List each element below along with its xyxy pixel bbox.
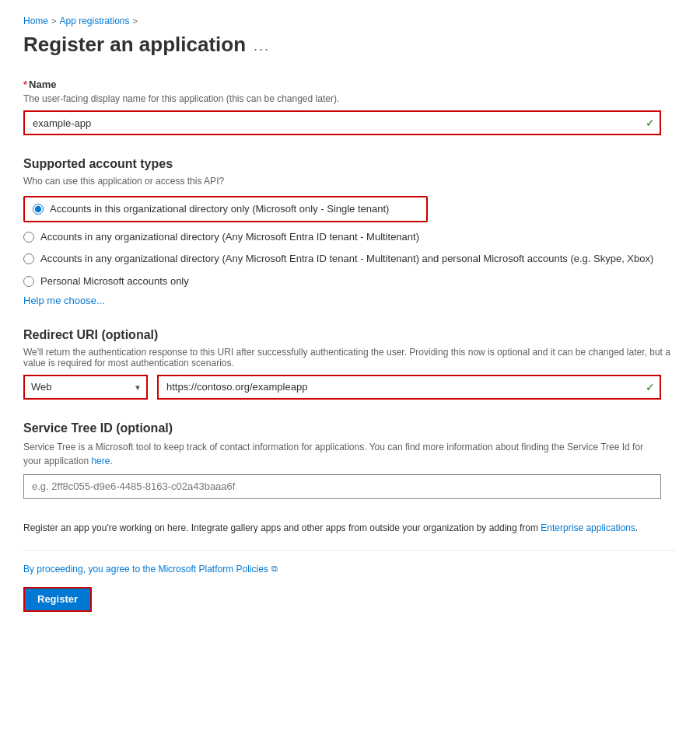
redirect-type-select[interactable]: Web Single-page application (SPA) Public… <box>23 375 148 400</box>
redirect-uri-description: We'll return the authentication response… <box>23 347 677 369</box>
required-star: * <box>23 79 27 90</box>
radio-label-multi-tenant[interactable]: Accounts in any organizational directory… <box>40 230 419 244</box>
account-types-radio-group: Accounts in this organizational director… <box>23 196 677 288</box>
enterprise-applications-link[interactable]: Enterprise applications <box>541 522 635 533</box>
breadcrumb-home[interactable]: Home <box>23 16 48 26</box>
page-title: Register an application <box>23 33 246 57</box>
page-header: Register an application ... <box>23 33 677 57</box>
service-tree-section: Service Tree ID (optional) Service Tree … <box>23 421 677 499</box>
breadcrumb-sep-1: > <box>51 16 56 26</box>
radio-personal-only[interactable] <box>23 276 34 287</box>
help-me-choose-link[interactable]: Help me choose... <box>23 295 105 306</box>
account-types-section: Supported account types Who can use this… <box>23 157 677 306</box>
policy-link[interactable]: By proceeding, you agree to the Microsof… <box>23 564 268 575</box>
service-tree-input[interactable] <box>23 474 661 499</box>
register-button[interactable]: Register <box>23 587 92 612</box>
redirect-uri-title: Redirect URI (optional) <box>23 328 677 342</box>
name-label: *Name <box>23 79 677 90</box>
radio-label-single-tenant[interactable]: Accounts in this organizational director… <box>50 202 389 216</box>
name-section: *Name The user-facing display name for t… <box>23 79 677 135</box>
service-tree-input-wrapper <box>23 474 661 499</box>
radio-label-multi-tenant-personal[interactable]: Accounts in any organizational directory… <box>40 252 653 266</box>
external-link-icon: ⧉ <box>271 564 278 574</box>
radio-item-multi-tenant-personal: Accounts in any organizational directory… <box>23 252 677 266</box>
name-input-wrapper: ✓ <box>23 110 661 135</box>
radio-item-multi-tenant: Accounts in any organizational directory… <box>23 230 677 244</box>
service-tree-title: Service Tree ID (optional) <box>23 421 677 435</box>
redirect-check-icon: ✓ <box>646 381 655 393</box>
account-types-subtitle: Who can use this application or access t… <box>23 176 677 187</box>
breadcrumb-app-registrations[interactable]: App registrations <box>59 16 129 26</box>
divider <box>23 550 677 551</box>
redirect-uri-input-wrapper: ✓ <box>157 375 661 400</box>
radio-item-single-tenant: Accounts in this organizational director… <box>23 196 428 222</box>
breadcrumb-sep-2: > <box>133 16 138 26</box>
policy-text: By proceeding, you agree to the Microsof… <box>23 564 677 575</box>
radio-multi-tenant[interactable] <box>23 232 34 243</box>
radio-label-personal-only[interactable]: Personal Microsoft accounts only <box>40 274 189 288</box>
service-tree-here-link[interactable]: here <box>91 456 110 466</box>
name-description: The user-facing display name for this ap… <box>23 93 677 104</box>
breadcrumb: Home > App registrations > <box>23 16 677 26</box>
redirect-row: Web Single-page application (SPA) Public… <box>23 375 661 400</box>
radio-item-personal-only: Personal Microsoft accounts only <box>23 274 677 288</box>
radio-single-tenant[interactable] <box>33 204 44 215</box>
bottom-note: Register an app you're working on here. … <box>23 521 661 535</box>
radio-multi-tenant-personal[interactable] <box>23 253 34 264</box>
redirect-uri-input[interactable] <box>157 375 661 400</box>
name-input[interactable] <box>23 110 661 135</box>
redirect-uri-section: Redirect URI (optional) We'll return the… <box>23 328 677 400</box>
redirect-type-select-wrapper: Web Single-page application (SPA) Public… <box>23 375 148 400</box>
page-title-ellipsis: ... <box>254 38 270 54</box>
service-tree-description: Service Tree is a Microsoft tool to keep… <box>23 440 661 468</box>
name-check-icon: ✓ <box>646 117 655 129</box>
account-types-title: Supported account types <box>23 157 677 171</box>
